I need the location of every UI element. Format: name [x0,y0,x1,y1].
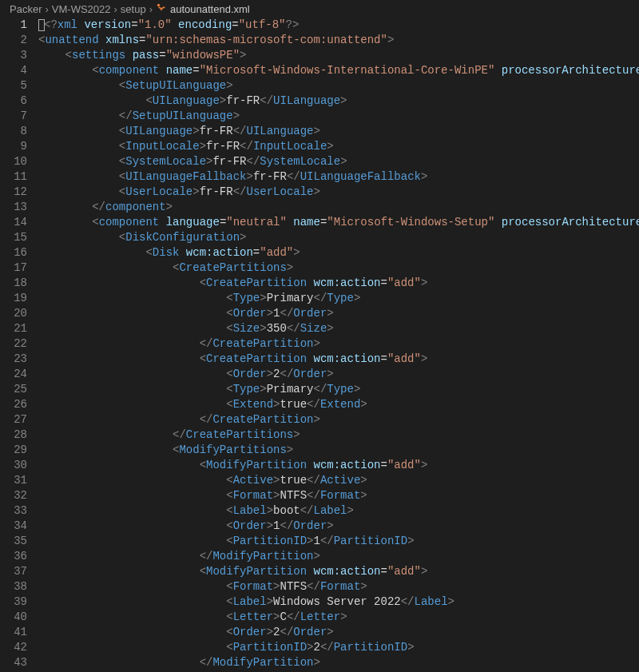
line-number: 28 [0,427,27,443]
code-editor[interactable]: 1234567891011121314151617181920212223242… [0,18,639,672]
breadcrumb-file[interactable]: autounattend.xml [156,2,250,16]
code-line[interactable]: <Label>Windows Server 2022</Label> [38,594,639,610]
line-number: 22 [0,336,27,352]
code-line[interactable]: <settings pass="windowsPE"> [38,48,639,63]
code-line[interactable]: <Size>350</Size> [38,321,639,336]
code-line[interactable]: <ModifyPartitions> [38,443,639,458]
code-line[interactable]: <Order>1</Order> [38,519,639,534]
line-number: 42 [0,640,27,655]
line-number-gutter: 1234567891011121314151617181920212223242… [0,18,38,672]
code-line[interactable]: <UILanguage>fr-FR</UILanguage> [38,124,639,139]
code-line[interactable]: <Format>NTFS</Format> [38,488,639,503]
code-line[interactable]: <UILanguageFallback>fr-FR</UILanguageFal… [38,169,639,185]
code-line[interactable]: <Extend>true</Extend> [38,397,639,412]
code-line[interactable]: </CreatePartitions> [38,427,639,443]
line-number: 36 [0,549,27,564]
breadcrumb-segment[interactable]: Packer [10,3,42,15]
line-number: 7 [0,109,27,124]
line-number: 23 [0,352,27,367]
code-line[interactable]: </ModifyPartition> [38,655,639,670]
line-number: 31 [0,473,27,488]
code-line[interactable]: <Active>true</Active> [38,473,639,488]
line-number: 9 [0,139,27,154]
line-number: 17 [0,260,27,276]
code-line[interactable]: <PartitionID>1</PartitionID> [38,534,639,549]
line-number: 3 [0,48,27,63]
line-number: 39 [0,594,27,610]
code-line[interactable]: </ModifyPartition> [38,549,639,564]
code-line[interactable]: </component> [38,200,639,215]
svg-point-0 [157,3,161,6]
line-number: 25 [0,382,27,397]
line-number: 15 [0,230,27,245]
xml-file-icon [156,2,167,16]
line-number: 43 [0,655,27,670]
line-number: 19 [0,291,27,306]
line-number: 41 [0,625,27,640]
chevron-right-icon: › [114,3,117,15]
line-number: 5 [0,78,27,93]
line-number: 6 [0,93,27,109]
code-line[interactable]: <Format>NTFS</Format> [38,579,639,594]
line-number: 26 [0,397,27,412]
code-line[interactable]: <UILanguage>fr-FR</UILanguage> [38,93,639,109]
code-line[interactable]: <Type>Primary</Type> [38,382,639,397]
code-line[interactable]: <Letter>C</Letter> [38,610,639,625]
code-line[interactable]: <UserLocale>fr-FR</UserLocale> [38,185,639,200]
code-line[interactable]: <CreatePartitions> [38,260,639,276]
line-number: 27 [0,412,27,427]
code-line[interactable]: <CreatePartition wcm:action="add"> [38,352,639,367]
line-number: 40 [0,610,27,625]
code-line[interactable]: <Order>2</Order> [38,625,639,640]
line-number: 35 [0,534,27,549]
code-line[interactable]: <DiskConfiguration> [38,230,639,245]
code-line[interactable]: <?xml version="1.0" encoding="utf-8"?> [38,18,639,33]
code-line[interactable]: <SystemLocale>fr-FR</SystemLocale> [38,154,639,169]
line-number: 14 [0,215,27,230]
line-number: 10 [0,154,27,169]
code-line[interactable]: <ModifyPartition wcm:action="add"> [38,458,639,473]
breadcrumb-segment[interactable]: VM-WS2022 [52,3,111,15]
code-line[interactable]: </SetupUILanguage> [38,109,639,124]
line-number: 38 [0,579,27,594]
code-line[interactable]: <InputLocale>fr-FR</InputLocale> [38,139,639,154]
code-line[interactable]: </CreatePartition> [38,412,639,427]
line-number: 29 [0,443,27,458]
line-number: 4 [0,63,27,78]
line-number: 30 [0,458,27,473]
code-line[interactable]: <component name="Microsoft-Windows-Inter… [38,63,639,78]
code-line[interactable]: <Type>Primary</Type> [38,291,639,306]
chevron-right-icon: › [45,3,48,15]
code-content[interactable]: <?xml version="1.0" encoding="utf-8"?><u… [38,18,639,672]
line-number: 37 [0,564,27,579]
line-number: 20 [0,306,27,321]
line-number: 34 [0,519,27,534]
code-line[interactable]: </CreatePartition> [38,336,639,352]
line-number: 24 [0,367,27,382]
breadcrumb-segment[interactable]: setup [121,3,146,15]
chevron-right-icon: › [149,3,153,15]
code-line[interactable]: <component language="neutral" name="Micr… [38,215,639,230]
code-line[interactable]: <Order>1</Order> [38,306,639,321]
line-number: 12 [0,185,27,200]
code-line[interactable]: <ModifyPartition wcm:action="add"> [38,564,639,579]
line-number: 8 [0,124,27,139]
line-number: 2 [0,33,27,48]
code-line[interactable]: <Label>boot</Label> [38,503,639,519]
code-line[interactable]: <CreatePartition wcm:action="add"> [38,276,639,291]
line-number: 11 [0,169,27,185]
line-number: 18 [0,276,27,291]
code-line[interactable]: <PartitionID>2</PartitionID> [38,640,639,655]
code-line[interactable]: <Disk wcm:action="add"> [38,245,639,260]
breadcrumb-file-label: autounattend.xml [170,3,250,15]
code-line[interactable]: <unattend xmlns="urn:schemas-microsoft-c… [38,33,639,48]
line-number: 16 [0,245,27,260]
code-line[interactable]: <SetupUILanguage> [38,78,639,93]
code-line[interactable]: <Order>2</Order> [38,367,639,382]
line-number: 32 [0,488,27,503]
line-number: 21 [0,321,27,336]
line-number: 33 [0,503,27,519]
breadcrumb[interactable]: Packer › VM-WS2022 › setup › autounatten… [0,0,639,18]
line-number: 13 [0,200,27,215]
line-number: 1 [0,18,27,33]
